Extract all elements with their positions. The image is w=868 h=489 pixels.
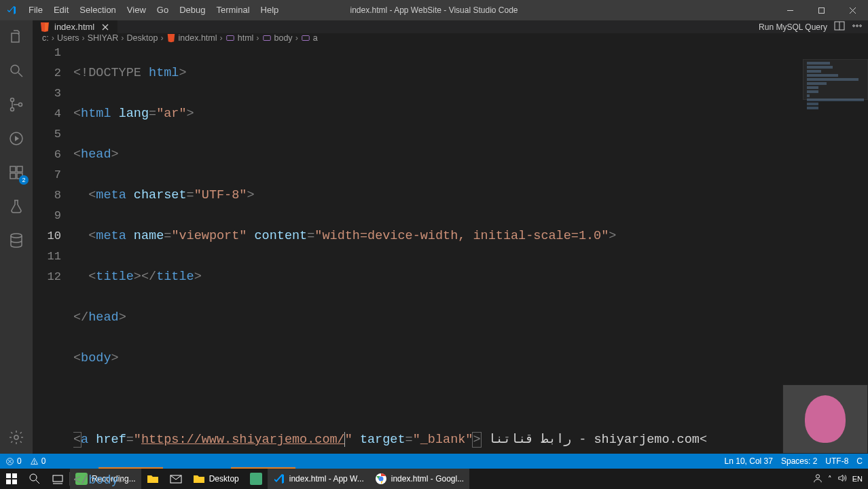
crumb-desktop[interactable]: Desktop <box>127 33 158 43</box>
crumb-c[interactable]: c: <box>42 33 49 43</box>
editor-body[interactable]: 1 2 3 4 5 6 7 8 9 10 11 12 <!DOCTYPE htm… <box>33 43 868 489</box>
tab-index-html[interactable]: index.html <box>33 20 118 33</box>
activity-source-control-icon[interactable] <box>0 94 33 115</box>
activity-testing-icon[interactable] <box>0 196 33 217</box>
crumb-file[interactable]: index.html <box>166 33 217 43</box>
line-number: 11 <box>33 247 61 267</box>
extensions-badge: 2 <box>19 175 29 185</box>
html-file-icon <box>166 33 176 43</box>
activity-database-icon[interactable] <box>0 230 33 251</box>
svg-point-15 <box>14 435 18 439</box>
minimap-viewport[interactable] <box>803 59 868 100</box>
line-number: 1 <box>33 43 61 63</box>
svg-rect-25 <box>302 36 310 41</box>
crumb-html[interactable]: html <box>225 33 254 43</box>
run-mysql-query-button[interactable]: Run MySQL Query <box>759 22 827 32</box>
more-actions-icon[interactable] <box>852 20 863 33</box>
line-number: 8 <box>33 185 61 206</box>
taskbar-active-indicator <box>231 467 295 469</box>
svg-line-5 <box>18 73 22 77</box>
windows-icon <box>5 473 18 485</box>
svg-rect-24 <box>263 36 270 41</box>
line-number: 2 <box>33 63 61 84</box>
line-number: 7 <box>33 165 61 185</box>
svg-point-22 <box>860 25 862 27</box>
svg-rect-33 <box>6 479 11 484</box>
activity-settings-icon[interactable] <box>0 427 33 448</box>
window-controls <box>774 0 868 20</box>
html-file-icon <box>39 22 50 33</box>
chevron-right-icon: › <box>295 33 298 43</box>
menu-terminal[interactable]: Terminal <box>211 0 255 20</box>
symbol-icon <box>262 33 272 43</box>
main-area: 2 index.html Run MySQL Query c:› Users› … <box>0 20 868 454</box>
close-button[interactable] <box>837 0 868 20</box>
activity-explorer-icon[interactable] <box>0 26 33 48</box>
crumb-a[interactable]: a <box>301 33 318 43</box>
svg-point-6 <box>11 98 14 102</box>
webcam-overlay <box>782 384 868 454</box>
crumb-users[interactable]: Users <box>57 33 79 43</box>
start-button[interactable] <box>0 469 23 489</box>
tab-close-button[interactable] <box>100 22 111 33</box>
gutter: 1 2 3 4 5 6 7 8 9 10 11 12 <box>33 43 73 489</box>
line-number: 6 <box>33 145 61 165</box>
chevron-right-icon: › <box>160 33 163 43</box>
activity-extensions-icon[interactable]: 2 <box>0 162 33 183</box>
svg-point-7 <box>11 108 14 111</box>
menu-go[interactable]: Go <box>151 0 174 20</box>
line-number: 10 <box>33 226 61 247</box>
minimize-button[interactable] <box>774 0 806 20</box>
editor-actions: Run MySQL Query <box>759 20 868 33</box>
svg-rect-23 <box>226 36 234 41</box>
svg-point-14 <box>11 234 22 238</box>
symbol-icon <box>301 33 310 43</box>
menu-edit[interactable]: Edit <box>48 0 74 20</box>
symbol-icon <box>225 33 235 43</box>
maximize-button[interactable] <box>806 0 837 20</box>
titlebar: File Edit Selection View Go Debug Termin… <box>0 0 868 20</box>
menu-help[interactable]: Help <box>255 0 285 20</box>
svg-rect-31 <box>6 473 11 478</box>
breadcrumbs[interactable]: c:› Users› SHIYAR› Desktop› index.html› … <box>33 33 868 43</box>
line-number: 9 <box>33 206 61 226</box>
minimap[interactable] <box>803 59 868 113</box>
chevron-right-icon: › <box>52 33 54 43</box>
code-area[interactable]: <!DOCTYPE html> <html lang="ar"> <head> … <box>73 43 868 489</box>
svg-rect-32 <box>12 473 17 478</box>
svg-rect-1 <box>818 7 824 13</box>
menu-debug[interactable]: Debug <box>174 0 211 20</box>
menu-view[interactable]: View <box>122 0 151 20</box>
menu-selection[interactable]: Selection <box>74 0 121 20</box>
activity-debug-icon[interactable] <box>0 128 33 149</box>
tabs-row: index.html Run MySQL Query <box>33 20 868 33</box>
svg-point-8 <box>19 103 22 107</box>
menu-file[interactable]: File <box>23 0 48 20</box>
svg-point-20 <box>853 25 855 27</box>
line-number: 4 <box>33 104 61 124</box>
chevron-right-icon: › <box>121 33 124 43</box>
activitybar: 2 <box>0 20 33 454</box>
split-editor-icon[interactable] <box>834 20 845 33</box>
status-errors[interactable]: 0 <box>5 456 22 466</box>
tab-label: index.html <box>54 22 94 32</box>
editor-region: index.html Run MySQL Query c:› Users› SH… <box>33 20 868 454</box>
crumb-shiyar[interactable]: SHIYAR <box>88 33 119 43</box>
line-number: 5 <box>33 124 61 145</box>
svg-rect-13 <box>17 166 22 172</box>
chevron-right-icon: › <box>220 33 223 43</box>
taskbar-active-indicator <box>98 467 163 469</box>
chevron-right-icon: › <box>256 33 259 43</box>
line-number: 3 <box>33 84 61 104</box>
svg-point-21 <box>856 25 858 27</box>
window-title: index.html - App WebSite - Visual Studio… <box>350 5 518 15</box>
svg-point-4 <box>11 65 19 73</box>
chevron-right-icon: › <box>82 33 85 43</box>
crumb-body[interactable]: body <box>262 33 293 43</box>
vscode-logo-icon <box>0 5 23 16</box>
line-number: 12 <box>33 267 61 287</box>
activity-search-icon[interactable] <box>0 60 33 82</box>
svg-rect-34 <box>12 479 17 484</box>
svg-rect-10 <box>10 166 16 172</box>
svg-rect-11 <box>10 173 16 179</box>
